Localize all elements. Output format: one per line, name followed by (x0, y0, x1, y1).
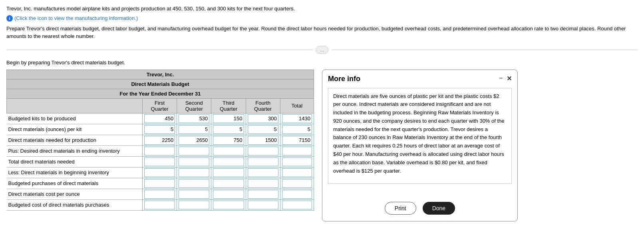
row-0-total[interactable] (280, 113, 314, 124)
col-label-header (7, 98, 143, 113)
main-layout: Trevor, Inc. Direct Materials Budget For… (6, 70, 638, 221)
row-5-prefix: Less: (8, 170, 21, 175)
table-row: Budgeted kits to be produced (7, 113, 314, 124)
info-icon: i (6, 15, 13, 22)
row-label-0: Budgeted kits to be produced (7, 113, 143, 124)
row-0-q2[interactable] (177, 113, 211, 124)
budget-table: Trevor, Inc. Direct Materials Budget For… (6, 70, 314, 211)
row-7-q3[interactable] (211, 189, 246, 199)
row-3-q4[interactable] (246, 145, 280, 156)
row-8-total[interactable] (280, 199, 314, 210)
modal-controls: − ✕ (499, 75, 512, 82)
row-1-q4[interactable] (246, 124, 280, 135)
row-label-5: Less: Direct materials in beginning inve… (7, 167, 143, 178)
table-period: For the Year Ended December 31 (7, 89, 314, 98)
modal-minimize-button[interactable]: − (499, 75, 503, 82)
col-fourth-quarter: FourthQuarter (246, 98, 280, 113)
row-label-7: Direct materials cost per ounce (7, 189, 143, 199)
divider-line-right (332, 50, 638, 50)
row-8-q1[interactable] (143, 199, 177, 210)
table-row: Budgeted purchases of direct materials (7, 178, 314, 189)
col-third-quarter: ThirdQuarter (211, 98, 246, 113)
row-7-q2[interactable] (177, 189, 211, 199)
table-row: Direct materials cost per ounce (7, 189, 314, 199)
row-5-q3[interactable] (211, 167, 246, 178)
modal-content-box: Direct materials are five ounces of plas… (328, 88, 512, 184)
row-label-4: Total direct materials needed (7, 156, 143, 167)
info-link-text[interactable]: (Click the icon to view the manufacturin… (14, 15, 138, 21)
modal-header: More info − ✕ (322, 70, 517, 85)
row-label-6: Budgeted purchases of direct materials (7, 178, 143, 189)
row-3-prefix: Plus: (8, 148, 20, 154)
row-label-3: Plus: Desired direct materials in ending… (7, 145, 143, 156)
row-label-1: Direct materials (ounces) per kit (7, 124, 143, 135)
row-5-q4[interactable] (246, 167, 280, 178)
table-row: Budgeted cost of direct materials purcha… (7, 199, 314, 210)
divider-dots[interactable]: ... (316, 46, 328, 54)
info-link[interactable]: i (Click the icon to view the manufactur… (6, 15, 638, 22)
row-4-q4[interactable] (246, 156, 280, 167)
row-4-q2[interactable] (177, 156, 211, 167)
table-company-name: Trevor, Inc. (7, 70, 314, 79)
row-8-q2[interactable] (177, 199, 211, 210)
row-6-q3[interactable] (211, 178, 246, 189)
row-3-total[interactable] (280, 145, 314, 156)
row-6-total[interactable] (280, 178, 314, 189)
row-7-q1[interactable] (143, 189, 177, 199)
table-row: Less: Direct materials in beginning inve… (7, 167, 314, 178)
budget-table-wrapper: Trevor, Inc. Direct Materials Budget For… (6, 70, 314, 211)
prepare-text: Prepare Trevor's direct materials budget… (6, 25, 638, 40)
intro-main-text: Trevor, Inc. manufactures model airplane… (6, 5, 638, 13)
row-0-q3[interactable] (211, 113, 246, 124)
row-7-total[interactable] (280, 189, 314, 199)
table-budget-name: Direct Materials Budget (7, 79, 314, 89)
row-label-8: Budgeted cost of direct materials purcha… (7, 199, 143, 210)
row-6-q4[interactable] (246, 178, 280, 189)
divider: ... (6, 46, 638, 54)
table-row: Total direct materials needed (7, 156, 314, 167)
modal-close-button[interactable]: ✕ (507, 75, 512, 82)
row-2-total[interactable] (280, 135, 314, 145)
table-row: Direct materials (ounces) per kit (7, 124, 314, 135)
row-3-q3[interactable] (211, 145, 246, 156)
row-6-q1[interactable] (143, 178, 177, 189)
row-4-total[interactable] (280, 156, 314, 167)
row-5-q2[interactable] (177, 167, 211, 178)
col-first-quarter: FirstQuarter (143, 98, 177, 113)
row-4-q3[interactable] (211, 156, 246, 167)
row-2-q3[interactable] (211, 135, 246, 145)
more-info-modal: More info − ✕ Direct materials are five … (322, 70, 518, 221)
print-button[interactable]: Print (385, 202, 416, 215)
modal-body: Direct materials are five ounces of plas… (322, 85, 517, 197)
row-1-q3[interactable] (211, 124, 246, 135)
row-label-2: Direct materials needed for production (7, 135, 143, 145)
row-5-q1[interactable] (143, 167, 177, 178)
row-1-q2[interactable] (177, 124, 211, 135)
modal-title: More info (328, 75, 360, 83)
row-1-q1[interactable] (143, 124, 177, 135)
row-4-q1[interactable] (143, 156, 177, 167)
table-row: Direct materials needed for production (7, 135, 314, 145)
row-0-q4[interactable] (246, 113, 280, 124)
begin-text: Begin by preparing Trevor's direct mater… (6, 60, 638, 66)
row-3-q2[interactable] (177, 145, 211, 156)
done-button[interactable]: Done (423, 202, 455, 215)
row-8-q4[interactable] (246, 199, 280, 210)
divider-line-left (6, 50, 312, 50)
col-second-quarter: SecondQuarter (177, 98, 211, 113)
row-2-q2[interactable] (177, 135, 211, 145)
table-row: Plus: Desired direct materials in ending… (7, 145, 314, 156)
row-2-q4[interactable] (246, 135, 280, 145)
row-7-q4[interactable] (246, 189, 280, 199)
col-total: Total (280, 98, 314, 113)
row-1-total[interactable] (280, 124, 314, 135)
row-5-total[interactable] (280, 167, 314, 178)
row-6-q2[interactable] (177, 178, 211, 189)
row-0-q1[interactable] (143, 113, 177, 124)
modal-footer: Print Done (322, 197, 517, 221)
row-8-q3[interactable] (211, 199, 246, 210)
row-3-q1[interactable] (143, 145, 177, 156)
row-2-q1[interactable] (143, 135, 177, 145)
